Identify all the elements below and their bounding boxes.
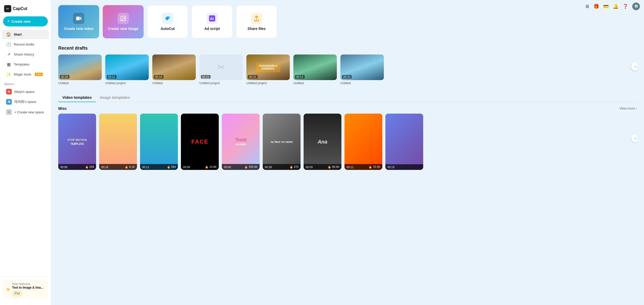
- template-likes-4: 🔥 15.8K: [205, 165, 217, 169]
- template-thumb-9: [385, 114, 423, 170]
- draft-card-4[interactable]: ✂ 00:15 Untitled project: [199, 55, 243, 85]
- templates-tabs: Video templates Image templates: [58, 93, 637, 102]
- view-more-button[interactable]: View more ›: [619, 106, 637, 110]
- tab-image-templates[interactable]: Image templates: [96, 93, 134, 102]
- nav-start-label: Start: [14, 32, 22, 36]
- template-likes-3: 🔥 564: [167, 165, 176, 169]
- draft-card-3[interactable]: 00:10 Untitled: [152, 55, 196, 85]
- plus-space-icon: +: [6, 109, 12, 115]
- create-image-card[interactable]: + Create new image: [103, 5, 144, 38]
- create-new-label: Create new: [12, 19, 31, 24]
- draft-duration-6: 00:14: [295, 75, 305, 79]
- create-video-card[interactable]: Create new video: [58, 5, 99, 38]
- space-weihan-label: 玮祎韩's space: [14, 100, 36, 104]
- template-card-2[interactable]: 00:18 🔥 8.1K: [99, 114, 137, 170]
- sidebar-item-templates[interactable]: ▦ Templates: [2, 60, 49, 69]
- template-cards-row: STOP MOTION TEMPLATE 00:08 🔥 559 00:18 🔥…: [58, 114, 637, 170]
- svg-point-4: [122, 17, 123, 18]
- sidebar: ✂ CapCut + Create new 🏠 Start 🕐 Recent d…: [0, 0, 51, 305]
- template-likes-8: 🔥 70.3K: [369, 165, 380, 169]
- draft-card-6[interactable]: 00:14 Untitled: [293, 55, 337, 85]
- spaces-label: Spaces: [0, 79, 51, 86]
- start-button[interactable]: 开始: [12, 290, 22, 296]
- logo-icon: ✂: [4, 5, 11, 12]
- sidebar-item-magic-tools[interactable]: ✨ Magic tools Beta: [2, 70, 49, 79]
- create-new-space[interactable]: + + Create new space: [2, 107, 49, 117]
- template-card-3[interactable]: 00:12 🔥 564: [140, 114, 178, 170]
- templates-scroll-right[interactable]: ›: [631, 134, 637, 142]
- draft-thumb-4: ✂ 00:15: [199, 55, 243, 80]
- magic-icon: ✨: [6, 72, 11, 77]
- gift-icon[interactable]: 🎁: [593, 4, 599, 9]
- template-thumb-1: STOP MOTION TEMPLATE: [58, 114, 96, 170]
- sidebar-item-start[interactable]: 🏠 Start: [2, 30, 49, 39]
- bell-icon[interactable]: 🔔: [613, 4, 618, 9]
- grid-icon: ▦: [6, 62, 11, 67]
- draft-title-5: Untitled project: [246, 81, 290, 85]
- template-likes-7: 🔥 96.5K: [328, 165, 339, 169]
- adscript-card[interactable]: AI Ad script: [192, 5, 233, 38]
- draft-title-7: Untitled: [340, 81, 384, 85]
- template-card-7[interactable]: Ana 00:09 🔥 96.5K: [304, 114, 341, 170]
- sidebar-bottom: ☀️ New features Text to Image & Ima... 开…: [0, 276, 51, 302]
- drafts-scroll-right[interactable]: ›: [631, 62, 637, 70]
- monitor-icon[interactable]: 🖥: [585, 4, 589, 9]
- wallet-icon[interactable]: 💳: [603, 4, 609, 9]
- new-features-text: New features Text to Image & Ima... 开始: [12, 282, 43, 296]
- draft-card-5[interactable]: FASHIONABLEHANDBAG 00:15 Untitled projec…: [246, 55, 290, 85]
- help-icon[interactable]: ❓: [623, 4, 628, 9]
- sidebar-item-share-history[interactable]: ↗ Share history: [2, 50, 49, 59]
- sharefiles-card[interactable]: Share files: [236, 5, 277, 38]
- space-avatar-weiyi: W: [6, 89, 12, 94]
- space-weihan[interactable]: 玮 玮祎韩's space: [2, 97, 49, 107]
- draft-title-1: Untitled: [58, 81, 102, 85]
- template-duration-2: 00:18: [101, 166, 108, 169]
- svg-text:+: +: [124, 17, 125, 19]
- empty-icon: ✂: [217, 62, 225, 73]
- draft-duration-7: 00:33: [342, 75, 352, 79]
- template-card-9[interactable]: 00:19: [385, 114, 423, 170]
- nav-share-label: Share history: [14, 52, 34, 56]
- user-avatar[interactable]: 韩: [632, 3, 640, 10]
- recent-drafts-title: Recent drafts: [58, 46, 637, 51]
- template-card-4-info: 00:08 🔥 15.8K: [181, 164, 219, 170]
- template-duration-8: 00:11: [347, 166, 354, 169]
- draft-card-1[interactable]: 00:26 Untitled: [58, 55, 102, 85]
- new-features-label: New features: [12, 282, 43, 286]
- template-thumb-5: Trend version: [222, 114, 260, 170]
- template-duration-4: 00:08: [183, 166, 190, 169]
- template-duration-9: 00:19: [387, 166, 395, 169]
- template-card-6[interactable]: no face no name 00:38 🔥 470: [263, 114, 301, 170]
- template-card-1-info: 00:08 🔥 559: [58, 164, 96, 170]
- draft-duration-4: 00:15: [201, 75, 211, 79]
- draft-card-2[interactable]: 00:21 Untitled project: [105, 55, 149, 85]
- nav-recent-label: Recent drafts: [14, 42, 34, 46]
- autocut-card[interactable]: AutoCut: [147, 5, 188, 38]
- template-card-5[interactable]: Trend version 00:06 🔥 359.9K: [222, 114, 260, 170]
- template-card-8[interactable]: 00:11 🔥 70.3K: [344, 114, 382, 170]
- nav-templates-label: Templates: [14, 62, 30, 66]
- draft-title-2: Untitled project: [105, 81, 149, 85]
- draft-thumb-1: 00:26: [58, 55, 102, 80]
- template-thumb-6: no face no name: [263, 114, 301, 170]
- template-card-4[interactable]: FACE 00:08 🔥 15.8K: [181, 114, 219, 170]
- draft-title-6: Untitled: [293, 81, 337, 85]
- main-content: 🖥 🎁 💳 🔔 ❓ 韩 Create new video + Create ne…: [51, 0, 644, 305]
- draft-thumb-6: 00:14: [293, 55, 337, 80]
- template-duration-1: 00:08: [60, 166, 67, 169]
- template-card-1[interactable]: STOP MOTION TEMPLATE 00:08 🔥 559: [58, 114, 96, 170]
- draft-title-3: Untitled: [152, 81, 196, 85]
- view-more-label: View more: [619, 106, 635, 110]
- adscript-label: Ad script: [204, 27, 220, 31]
- sidebar-item-recent-drafts[interactable]: 🕐 Recent drafts: [2, 40, 49, 49]
- draft-duration-2: 00:21: [107, 75, 117, 79]
- image-card-icon: +: [118, 13, 129, 24]
- template-duration-6: 00:38: [265, 166, 272, 169]
- tab-video-templates[interactable]: Video templates: [58, 93, 96, 102]
- sharefiles-label: Share files: [248, 27, 266, 31]
- clock-icon: 🕐: [6, 42, 11, 47]
- create-new-button[interactable]: + Create new: [3, 16, 48, 26]
- draft-card-7[interactable]: 00:33 Untitled: [340, 55, 384, 85]
- space-weiyi[interactable]: W Weiyi's space: [2, 87, 49, 96]
- create-space-label: + Create new space: [14, 110, 44, 114]
